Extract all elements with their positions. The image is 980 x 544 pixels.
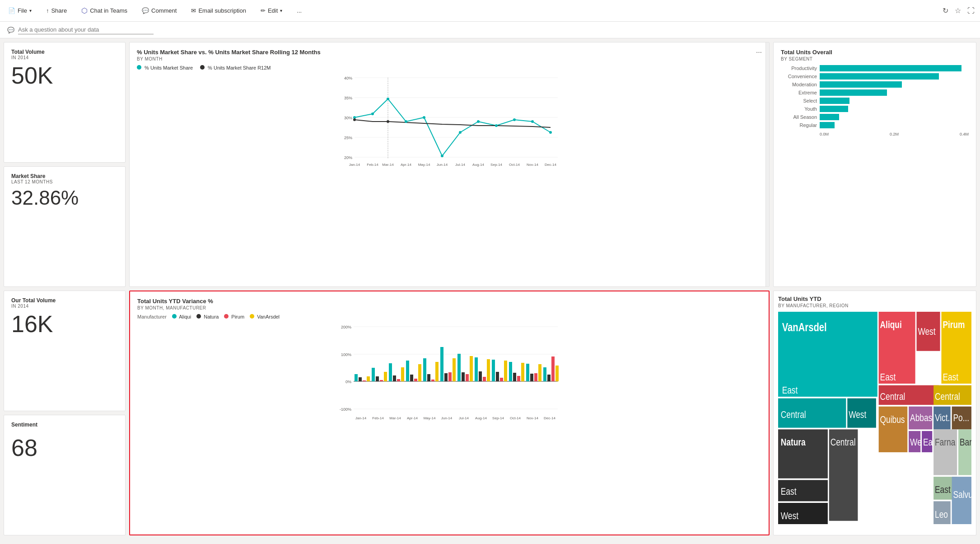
svg-text:Leo: Leo bbox=[935, 509, 948, 520]
file-label: File bbox=[18, 7, 27, 14]
our-total-label: Our Total Volume bbox=[11, 297, 118, 304]
svg-text:Jul-14: Jul-14 bbox=[459, 416, 469, 420]
svg-rect-70 bbox=[462, 372, 465, 381]
treemap-cell-quibus[interactable] bbox=[879, 407, 908, 452]
grouped-bar-title: Total Units YTD Variance % bbox=[137, 298, 761, 305]
market-share-card: Market Share LAST 12 MONTHS 32.86% bbox=[4, 166, 126, 287]
legend-aliqui: Aliqui bbox=[172, 314, 191, 319]
grouped-bar-card: Total Units YTD Variance % BY MONTH, MAN… bbox=[129, 291, 770, 535]
svg-rect-71 bbox=[466, 374, 469, 381]
svg-text:Vict...: Vict... bbox=[935, 412, 954, 423]
qa-bar: 💬 bbox=[0, 22, 980, 38]
svg-rect-72 bbox=[470, 356, 473, 381]
legend-label-natura: Natura bbox=[204, 314, 219, 319]
svg-text:West: West bbox=[918, 326, 936, 337]
svg-text:VanArsdel: VanArsdel bbox=[782, 321, 827, 334]
edit-button[interactable]: ✏ Edit ▾ bbox=[258, 5, 285, 16]
chat-teams-button[interactable]: ⬡ Chat in Teams bbox=[79, 5, 130, 17]
treemap-cell-salvus[interactable] bbox=[952, 477, 971, 524]
svg-rect-76 bbox=[487, 359, 490, 381]
bar-label-allseason: All Season bbox=[781, 114, 817, 120]
total-volume-value: 50K bbox=[11, 63, 118, 89]
bar-track-convenience bbox=[820, 73, 969, 80]
bar-row-convenience: Convenience bbox=[781, 73, 969, 80]
treemap-cell-farna[interactable] bbox=[933, 429, 957, 475]
bar-chart-rows: Productivity Convenience Moderation Extr… bbox=[781, 65, 969, 128]
svg-text:Barba: Barba bbox=[960, 437, 971, 448]
qa-icon: 💬 bbox=[7, 27, 14, 33]
svg-text:Pirum: Pirum bbox=[943, 319, 965, 330]
svg-text:East: East bbox=[782, 385, 798, 395]
svg-point-22 bbox=[549, 131, 552, 134]
svg-point-15 bbox=[423, 116, 425, 119]
file-chevron-icon: ▾ bbox=[29, 8, 32, 13]
qa-input[interactable] bbox=[18, 25, 154, 34]
legend-dot-vanarsdel bbox=[250, 314, 254, 319]
treemap-cell-barba[interactable] bbox=[958, 429, 971, 475]
svg-point-24 bbox=[387, 120, 389, 123]
svg-point-18 bbox=[477, 120, 480, 123]
line-chart-more-icon[interactable]: ⋯ bbox=[756, 49, 762, 56]
chat-teams-label: Chat in Teams bbox=[90, 7, 127, 14]
fullscreen-icon[interactable]: ⛶ bbox=[967, 7, 975, 15]
svg-text:Oct-14: Oct-14 bbox=[509, 163, 520, 167]
legend-pirum: Pirum bbox=[224, 314, 244, 319]
svg-rect-85 bbox=[526, 364, 529, 381]
bar-track-moderation bbox=[820, 81, 969, 88]
svg-text:Mar-14: Mar-14 bbox=[389, 416, 401, 420]
share-button[interactable]: ↑ Share bbox=[43, 5, 70, 16]
more-menu[interactable]: ... bbox=[294, 5, 304, 16]
bar-label-regular: Regular bbox=[781, 122, 817, 128]
legend-dot-aliqui bbox=[172, 314, 177, 319]
market-share-value: 32.86% bbox=[11, 187, 118, 209]
svg-rect-65 bbox=[440, 347, 443, 381]
svg-rect-75 bbox=[483, 377, 486, 381]
comment-icon: 💬 bbox=[142, 7, 149, 14]
favorite-icon[interactable]: ☆ bbox=[955, 6, 961, 15]
treemap-card: Total Units YTD BY MANUFACTURER, REGION … bbox=[773, 291, 976, 535]
svg-rect-62 bbox=[427, 374, 430, 381]
svg-rect-54 bbox=[393, 375, 396, 381]
svg-text:Feb-14: Feb-14 bbox=[372, 416, 384, 420]
svg-point-20 bbox=[513, 118, 516, 121]
svg-rect-46 bbox=[359, 377, 362, 381]
refresh-icon[interactable]: ↻ bbox=[943, 6, 948, 15]
svg-text:East: East bbox=[880, 371, 896, 382]
bar-label-moderation: Moderation bbox=[781, 82, 817, 87]
svg-rect-52 bbox=[384, 372, 387, 381]
svg-text:Jun-14: Jun-14 bbox=[441, 416, 453, 420]
grouped-bar-legend: Manufacturer Aliqui Natura Pirum VanArsd… bbox=[137, 314, 761, 319]
bar-chart-card: Total Units Overall BY SEGMENT Productiv… bbox=[773, 42, 976, 287]
bar-row-regular: Regular bbox=[781, 122, 969, 128]
bar-row-productivity: Productivity bbox=[781, 65, 969, 71]
svg-rect-56 bbox=[401, 367, 404, 381]
comment-button[interactable]: 💬 Comment bbox=[139, 5, 179, 16]
bar-fill-regular bbox=[820, 122, 835, 128]
bar-fill-select bbox=[820, 98, 849, 104]
svg-text:Po...: Po... bbox=[953, 412, 970, 423]
svg-text:Sep-14: Sep-14 bbox=[492, 416, 504, 420]
treemap-subtitle: BY MANUFACTURER, REGION bbox=[778, 303, 971, 308]
svg-rect-90 bbox=[547, 375, 551, 381]
svg-text:40%: 40% bbox=[344, 76, 352, 80]
svg-text:West: West bbox=[849, 409, 867, 420]
svg-text:Feb-14: Feb-14 bbox=[367, 163, 378, 167]
svg-text:Abbas: Abbas bbox=[910, 412, 932, 423]
file-icon: 📄 bbox=[8, 7, 15, 14]
svg-text:Central: Central bbox=[781, 409, 806, 420]
svg-text:0%: 0% bbox=[345, 380, 351, 384]
svg-point-16 bbox=[441, 155, 443, 157]
line-chart-scrollbar[interactable] bbox=[765, 42, 769, 286]
svg-text:Jun-14: Jun-14 bbox=[437, 163, 448, 167]
bar-track-regular bbox=[820, 122, 969, 128]
svg-text:20%: 20% bbox=[344, 155, 352, 160]
svg-text:May-14: May-14 bbox=[418, 163, 430, 167]
bar-fill-convenience bbox=[820, 73, 939, 80]
legend-dot-dark bbox=[200, 65, 205, 70]
svg-rect-77 bbox=[492, 360, 495, 381]
email-subscription-button[interactable]: ✉ Email subscription bbox=[188, 5, 249, 16]
svg-point-21 bbox=[531, 120, 534, 123]
file-menu[interactable]: 📄 File ▾ bbox=[5, 5, 34, 16]
svg-rect-83 bbox=[517, 376, 520, 381]
bar-fill-extreme bbox=[820, 89, 887, 96]
